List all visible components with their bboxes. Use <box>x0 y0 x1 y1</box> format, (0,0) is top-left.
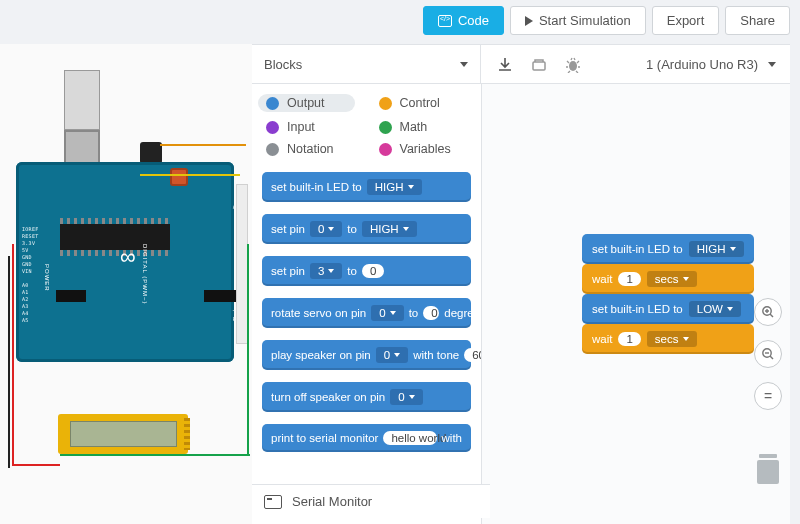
svg-rect-0 <box>533 62 545 70</box>
breadboard-strip[interactable] <box>236 184 248 344</box>
wire-black <box>8 256 10 468</box>
serial-monitor-toggle[interactable]: Serial Monitor <box>252 484 490 518</box>
block-list: set built-in LED toHIGHset pin0toHIGHset… <box>252 166 481 462</box>
wire-orange <box>160 144 246 146</box>
lcd-component[interactable] <box>58 414 188 454</box>
start-simulation-label: Start Simulation <box>539 13 631 28</box>
reset-button[interactable] <box>170 168 188 186</box>
code-block[interactable]: set built-in LED toHIGH <box>262 172 471 202</box>
svg-point-1 <box>569 61 577 71</box>
block-value[interactable]: 0 <box>362 264 384 278</box>
block-value[interactable]: 1 <box>618 332 640 346</box>
block-dropdown[interactable]: 0 <box>310 221 342 237</box>
category-notation[interactable]: Notation <box>266 142 355 156</box>
device-dropdown[interactable]: 1 (Arduino Uno R3) <box>632 57 790 72</box>
share-button[interactable]: Share <box>725 6 790 35</box>
code-block[interactable]: set built-in LED toHIGH <box>582 234 754 264</box>
dot-icon <box>266 97 279 110</box>
chevron-down-icon <box>683 337 689 341</box>
board-digital-label: DIGITAL (PWM~) <box>142 244 148 305</box>
canvas-controls: = <box>754 298 782 484</box>
circuit-canvas[interactable]: ∞ IOREF RESET 3.3V 5V GND GND VIN A0 A1 … <box>0 44 252 524</box>
category-variables[interactable]: Variables <box>379 142 468 156</box>
category-control[interactable]: Control <box>379 94 468 112</box>
block-dropdown[interactable]: 0 <box>371 305 403 321</box>
library-icon[interactable] <box>531 57 547 71</box>
usb-cable[interactable] <box>64 70 100 130</box>
category-label: Control <box>400 96 440 110</box>
block-value[interactable]: 60 <box>464 348 480 362</box>
export-button[interactable]: Export <box>652 6 720 35</box>
block-dropdown[interactable]: HIGH <box>367 179 422 195</box>
block-dropdown[interactable]: HIGH <box>362 221 417 237</box>
code-block[interactable]: wait1secs <box>582 324 754 354</box>
block-text: turn off speaker on pin <box>271 391 385 403</box>
block-dropdown[interactable]: HIGH <box>689 241 744 257</box>
code-block[interactable]: wait1secs <box>582 264 754 294</box>
code-block[interactable]: set pin0toHIGH <box>262 214 471 244</box>
block-stack[interactable]: set built-in LED toHIGHwait1secsset buil… <box>582 234 754 354</box>
block-categories: Output Control Input Math Notation Varia… <box>252 84 481 166</box>
dot-icon <box>266 143 279 156</box>
header-pins-left <box>56 290 86 302</box>
code-button[interactable]: Code <box>423 6 504 35</box>
dot-icon <box>266 121 279 134</box>
arduino-logo-icon: ∞ <box>120 244 136 270</box>
code-icon <box>438 15 452 27</box>
block-text: set built-in LED to <box>271 181 362 193</box>
category-label: Output <box>287 96 325 110</box>
chevron-down-icon <box>328 227 334 231</box>
zoom-out-button[interactable] <box>754 340 782 368</box>
share-label: Share <box>740 13 775 28</box>
code-mode-dropdown[interactable]: Blocks <box>252 57 480 72</box>
wire-green <box>60 454 250 456</box>
category-label: Notation <box>287 142 334 156</box>
lcd-pins <box>184 418 190 450</box>
download-icon[interactable] <box>497 57 513 71</box>
block-dropdown[interactable]: secs <box>647 331 697 347</box>
code-block[interactable]: set built-in LED toLOW <box>582 294 754 324</box>
block-text: wait <box>592 273 612 285</box>
board-power-label: POWER <box>44 264 50 292</box>
chevron-down-icon <box>409 395 415 399</box>
chevron-down-icon <box>768 62 776 67</box>
code-mode-label: Blocks <box>264 57 302 72</box>
code-block[interactable]: print to serial monitorhello worldwith <box>262 424 471 452</box>
block-value[interactable]: 0 <box>423 306 439 320</box>
device-label: 1 (Arduino Uno R3) <box>646 57 758 72</box>
code-block[interactable]: turn off speaker on pin0 <box>262 382 471 412</box>
editor-bar: Blocks 1 (Arduino Uno R3) <box>252 44 790 84</box>
category-output[interactable]: Output <box>258 94 355 112</box>
block-value[interactable]: 1 <box>618 272 640 286</box>
debug-icon[interactable] <box>565 57 581 71</box>
block-value[interactable]: hello world <box>383 431 436 445</box>
chevron-down-icon <box>408 185 414 189</box>
block-dropdown[interactable]: secs <box>647 271 697 287</box>
block-text: set pin <box>271 223 305 235</box>
category-label: Input <box>287 120 315 134</box>
block-dropdown[interactable]: LOW <box>689 301 741 317</box>
main-toolbar: Code Start Simulation Export Share <box>423 6 790 35</box>
category-label: Math <box>400 120 428 134</box>
block-dropdown[interactable]: 0 <box>390 389 422 405</box>
code-block[interactable]: rotate servo on pin0to0degrees <box>262 298 471 328</box>
chevron-down-icon <box>403 227 409 231</box>
dot-icon <box>379 143 392 156</box>
play-icon <box>525 16 533 26</box>
code-block[interactable]: play speaker on pin0with tone60 <box>262 340 471 370</box>
block-dropdown[interactable]: 0 <box>376 347 408 363</box>
dot-icon <box>379 97 392 110</box>
block-text: set pin <box>271 265 305 277</box>
zoom-in-button[interactable] <box>754 298 782 326</box>
trash-icon[interactable] <box>754 454 782 484</box>
category-math[interactable]: Math <box>379 120 468 134</box>
code-workspace[interactable]: set built-in LED toHIGHwait1secsset buil… <box>482 84 790 524</box>
category-input[interactable]: Input <box>266 120 355 134</box>
code-block[interactable]: set pin3to0 <box>262 256 471 286</box>
block-text: with tone <box>413 349 459 361</box>
block-text: rotate servo on pin <box>271 307 366 319</box>
block-dropdown[interactable]: 3 <box>310 263 342 279</box>
wire-red <box>12 464 60 466</box>
zoom-fit-button[interactable]: = <box>754 382 782 410</box>
start-simulation-button[interactable]: Start Simulation <box>510 6 646 35</box>
